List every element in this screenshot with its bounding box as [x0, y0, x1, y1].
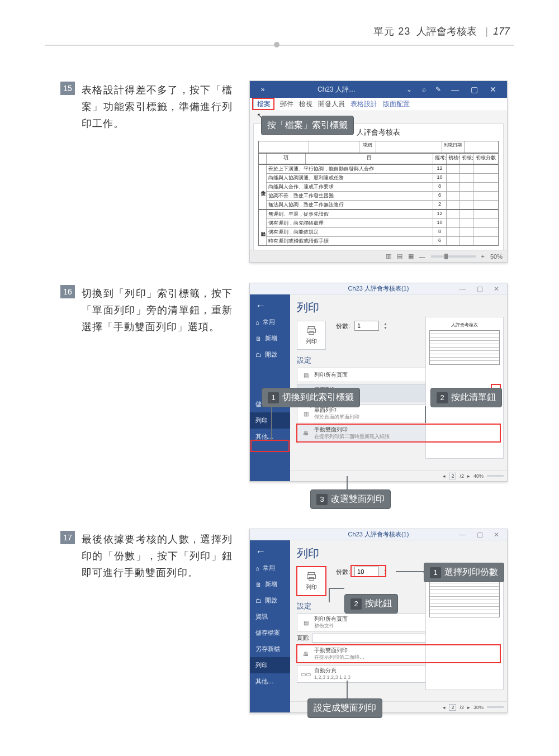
close-button[interactable]: ✕ — [484, 85, 503, 94]
next-page-button[interactable]: ▸ — [467, 705, 470, 710]
nav-home[interactable]: ⌂常用 — [250, 314, 290, 330]
titlebar: » Ch23 人評… ⌄ ⌕ ✎ — ▢ ✕ — [250, 81, 507, 98]
group-label: 出勤狀況 — [259, 210, 267, 245]
copies-input[interactable] — [354, 567, 379, 577]
tab-view[interactable]: 檢視 — [299, 99, 312, 109]
zoom-slider[interactable] — [431, 255, 476, 258]
cell — [473, 165, 498, 173]
backstage-nav: ← ⌂常用 🗎新增 🗀開啟 資訊 儲存檔案 另存新檔 列印 其他… — [250, 540, 290, 712]
prev-page-button[interactable]: ◂ — [443, 705, 446, 710]
svg-rect-2 — [309, 332, 314, 335]
nav-print[interactable]: 列印 — [250, 657, 290, 673]
nav-label: 新增 — [265, 334, 277, 343]
printer-icon — [306, 571, 317, 582]
zoom-out-button[interactable]: — — [419, 253, 425, 260]
nav-new[interactable]: 🗎新增 — [250, 576, 290, 592]
step-15: 15 表格設計得差不多了，按下「檔案」功能索引標籤，準備進行列印工作。 — [60, 82, 233, 132]
collate-icon: ▭▭ — [301, 669, 311, 679]
minimize-button[interactable]: — — [446, 85, 465, 94]
table-cell — [259, 141, 309, 153]
back-button[interactable]: ← — [250, 544, 290, 560]
cell — [460, 192, 473, 200]
nav-label: 另存新檔 — [255, 645, 280, 653]
dropdown-icon[interactable]: ⌄ — [402, 85, 416, 93]
nav-print[interactable]: 列印 — [250, 412, 290, 429]
callout-text: 按此清單鈕 — [451, 392, 496, 403]
window-buttons[interactable]: — ▢ ✕ — [459, 285, 504, 293]
zoom-in-button[interactable]: + — [481, 253, 485, 260]
callout-text: 按「檔案」索引標籤 — [267, 120, 348, 131]
cell — [460, 165, 473, 173]
copies-stepper[interactable]: ▲▼ — [383, 322, 387, 330]
nav-save-as[interactable]: 另存新檔 — [250, 641, 290, 657]
window-title: Ch23 人評會考核表(1) — [348, 284, 409, 293]
step-17-badge: 17 — [60, 531, 75, 544]
zoom-slider[interactable] — [487, 475, 504, 477]
table-row: 偶有遲到，尚能依規定8 — [267, 228, 498, 237]
nav-open[interactable]: 🗀開啟 — [250, 592, 290, 608]
view-icon[interactable]: ▤ — [397, 253, 402, 260]
nav-more[interactable]: 其他… — [250, 673, 290, 690]
nav-info[interactable]: 資訊 — [250, 608, 290, 625]
callout-num: 2 — [437, 392, 448, 403]
nav-home[interactable]: ⌂常用 — [250, 560, 290, 576]
copies-field: 份數: ▲▼ — [336, 567, 387, 577]
nav-open[interactable]: 🗀開啟 — [250, 346, 290, 363]
nav-label: 資訊 — [255, 612, 268, 621]
table-row: 協調不善，致使工作發生困難6 — [267, 192, 498, 201]
zoom-slider[interactable] — [487, 706, 504, 708]
nav-more[interactable]: 其他… — [250, 429, 290, 445]
view-icon[interactable]: ▦ — [408, 253, 414, 260]
preview-table — [429, 576, 500, 617]
callout-set-duplex: 設定成雙面列印 — [307, 698, 382, 718]
cell — [460, 210, 473, 218]
page-current[interactable]: 2 — [449, 473, 456, 479]
cell-text: 尚能與人協調溝通、順利達成任務 — [267, 174, 433, 182]
copies-field: 份數: ▲▼ — [336, 321, 387, 331]
cell-score: 10 — [433, 174, 447, 182]
view-icon[interactable]: ▥ — [386, 253, 391, 260]
maximize-button[interactable]: ▢ — [465, 85, 484, 94]
cell — [473, 237, 498, 245]
copies-input[interactable] — [354, 321, 379, 331]
table-cell — [465, 141, 498, 153]
tab-table-design[interactable]: 表格設計 — [350, 99, 377, 109]
cell — [460, 183, 473, 191]
nav-label: 列印 — [255, 416, 268, 425]
next-page-button[interactable]: ▸ — [467, 473, 470, 479]
page-current[interactable]: 2 — [449, 704, 456, 711]
setting-title: 自動分頁 — [314, 667, 337, 673]
table-row: 無法與人協調，致使工作無法進行2 — [267, 201, 498, 209]
tab-layout[interactable]: 版面配置 — [383, 99, 410, 109]
page-total: /2 — [459, 705, 464, 710]
search-icon[interactable]: ⌕ — [416, 85, 431, 93]
wand-icon[interactable]: ✎ — [431, 85, 446, 93]
screenshot-15: » Ch23 人評… ⌄ ⌕ ✎ — ▢ ✕ 檔案 郵件 檢視 開發人員 表格設… — [249, 80, 508, 263]
back-button[interactable]: ← — [250, 298, 290, 314]
copies-stepper[interactable]: ▲▼ — [383, 568, 387, 576]
page-total: /2 — [459, 473, 464, 479]
tab-mail[interactable]: 郵件 — [280, 99, 293, 109]
tab-dev[interactable]: 開發人員 — [318, 99, 345, 109]
prev-page-button[interactable]: ◂ — [443, 473, 446, 479]
copies-label: 份數: — [336, 568, 350, 576]
col-head: 初核勾選 — [447, 154, 460, 164]
tab-file[interactable]: 檔案 — [253, 98, 274, 110]
nav-label: 開啟 — [265, 350, 277, 359]
table-cell — [376, 141, 442, 153]
cell-text: 尚能與人合作、達成工作要求 — [267, 183, 433, 191]
nav-new[interactable]: 🗎新增 — [250, 330, 290, 346]
header-dot — [274, 42, 280, 47]
window-buttons[interactable]: — ▢ ✕ — [459, 531, 504, 539]
callout-select-copies: 1 選擇列印份數 — [424, 563, 504, 582]
print-button[interactable]: 列印 — [297, 567, 326, 596]
col-head: 經考分數 — [433, 154, 447, 164]
cell — [460, 237, 473, 245]
table-row: 善於上下溝通、平行協調，能自動自發與人合作12 — [267, 165, 498, 174]
setting-subtitle: 1,2,3 1,2,3 1,2,3 — [314, 674, 350, 680]
window-title: Ch23 人評… — [271, 85, 402, 94]
nav-save[interactable]: 儲存檔案 — [250, 625, 290, 641]
print-button[interactable]: 列印 — [297, 321, 326, 350]
setting-subtitle: 在提示列印第二面時… — [314, 654, 364, 660]
cell — [447, 219, 460, 227]
